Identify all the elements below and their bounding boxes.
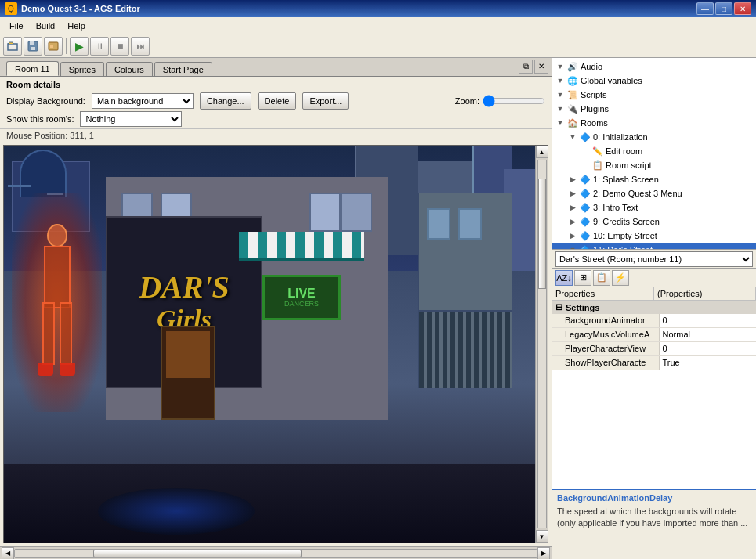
maximize-button[interactable]: □ <box>715 2 732 15</box>
tree-item-room9[interactable]: ▶ 🔷 9: Credits Screen <box>552 215 756 229</box>
toolbar-run-button[interactable]: ▶ <box>70 37 89 56</box>
globalvars-icon: 🌐 <box>566 74 579 87</box>
tab-right-buttons: ⧉ ✕ <box>519 60 548 75</box>
show-rooms-select[interactable]: Nothing Hotspots Walkable areas Walk-beh… <box>80 111 182 127</box>
tree-view[interactable]: ▼ 🔊 Audio ▼ 🌐 Global variables ▼ 📜 Scrip… <box>552 58 756 250</box>
expand-icon[interactable]: ▼ <box>566 131 579 143</box>
tree-item-room0[interactable]: ▼ 🔷 0: Initialization <box>552 130 756 144</box>
svg-rect-0 <box>8 44 17 50</box>
expand-icon[interactable]: ▼ <box>554 60 566 73</box>
tree-label: 3: Intro Text <box>591 203 638 212</box>
menu-help[interactable]: Help <box>61 20 92 32</box>
expand-icon[interactable]: ▶ <box>566 215 579 228</box>
settings-section: ⊟ Settings <box>552 301 756 314</box>
prop-row-2: PlayerCharacterView 0 <box>552 342 756 356</box>
toolbar-pause-button[interactable]: ⏸ <box>90 37 109 56</box>
svg-rect-5 <box>50 45 53 48</box>
tab-sprites[interactable]: Sprites <box>60 62 104 76</box>
toolbar-separator-1 <box>66 38 67 54</box>
close-button[interactable]: ✕ <box>734 2 751 15</box>
display-bg-select[interactable]: Main background None <box>92 93 194 109</box>
show-rooms-label: Show this room's: <box>6 114 74 124</box>
settings-header[interactable]: ⊟ Settings <box>552 301 756 314</box>
tree-item-audio[interactable]: ▼ 🔊 Audio <box>552 60 756 74</box>
hscroll-left[interactable]: ◀ <box>2 547 14 560</box>
tree-item-room10[interactable]: ▶ 🔷 10: Empty Street <box>552 229 756 243</box>
properties-panel: ⊟ Settings BackgroundAnimator 0 LegacyMu… <box>552 301 756 489</box>
tree-item-scripts[interactable]: ▼ 📜 Scripts <box>552 88 756 102</box>
props-col2: (Properties) <box>654 287 756 300</box>
edit-icon: ✏️ <box>591 145 604 157</box>
menu-build[interactable]: Build <box>30 20 61 32</box>
tree-item-globalvars[interactable]: ▼ 🌐 Global variables <box>552 74 756 88</box>
tab-close-button[interactable]: ✕ <box>534 60 548 74</box>
vscroll-down[interactable]: ▼ <box>536 530 548 543</box>
tab-colours[interactable]: Colours <box>106 62 153 76</box>
expand-icon[interactable]: ▶ <box>566 229 579 242</box>
room-details: Room details Display Background: Main ba… <box>0 77 552 129</box>
hscroll-track[interactable] <box>14 549 537 558</box>
change-button[interactable]: Change... <box>200 92 251 110</box>
room-controls: Display Background: Main background None… <box>6 92 545 110</box>
tree-item-room3[interactable]: ▶ 🔷 3: Intro Text <box>552 200 756 215</box>
expand-icon[interactable]: ▼ <box>554 88 566 101</box>
hscroll-thumb[interactable] <box>93 550 302 557</box>
right-panel: ▼ 🔊 Audio ▼ 🌐 Global variables ▼ 📜 Scrip… <box>552 58 756 559</box>
prop-value-0[interactable]: 0 <box>660 314 757 327</box>
export-button[interactable]: Export... <box>302 92 349 110</box>
expand-icon[interactable]: ▶ <box>566 201 579 214</box>
tree-item-room2[interactable]: ▶ 🔷 2: Demo Quest 3 Menu <box>552 186 756 200</box>
room-dropdown[interactable]: Dar's Street (Room; number 11) <box>555 251 753 267</box>
tree-item-room1[interactable]: ▶ 🔷 1: Splash Screen <box>552 172 756 186</box>
room2-icon: 🔷 <box>579 187 591 200</box>
expand-icon[interactable]: ▼ <box>566 243 579 250</box>
expand-icon[interactable]: ▶ <box>566 173 579 186</box>
tree-item-rooms[interactable]: ▼ 🏠 Rooms <box>552 116 756 130</box>
toolbar-stop-button[interactable]: ⏹ <box>110 37 129 56</box>
room3-icon: 🔷 <box>579 201 591 214</box>
menu-file[interactable]: File <box>3 20 30 32</box>
prop-row-1: LegacyMusicVolumeA Normal <box>552 328 756 342</box>
tree-item-room11[interactable]: ▼ 🔷 11: Dar's Street <box>552 243 756 250</box>
tree-item-plugins[interactable]: ▼ 🔌 Plugins <box>552 102 756 116</box>
tab-startpage[interactable]: Start Page <box>154 62 212 76</box>
vscroll-thumb[interactable] <box>538 179 546 289</box>
vscroll-track[interactable] <box>537 160 547 528</box>
expand-icon[interactable]: ▼ <box>554 117 566 129</box>
room9-icon: 🔷 <box>579 215 591 228</box>
prop-value-1[interactable]: Normal <box>660 328 757 341</box>
prop-name-2: PlayerCharacterView <box>552 342 660 355</box>
minimize-button[interactable]: — <box>696 2 714 15</box>
tab-room11[interactable]: Room 11 <box>6 61 59 76</box>
delete-button[interactable]: Delete <box>258 92 297 110</box>
prop-btn-sort-az[interactable]: AZ↓ <box>555 270 573 286</box>
expand-icon[interactable]: ▼ <box>554 74 566 87</box>
hscroll-right[interactable]: ▶ <box>537 547 550 560</box>
toolbar-step-button[interactable]: ⏭ <box>131 37 150 56</box>
live-sign: LIVE DANCERS <box>262 275 341 320</box>
toolbar: ▶ ⏸ ⏹ ⏭ <box>0 34 756 58</box>
tab-float-button[interactable]: ⧉ <box>519 60 533 74</box>
prop-name-0: BackgroundAnimator <box>552 314 660 327</box>
vscroll-up[interactable]: ▲ <box>536 146 548 158</box>
prop-value-3[interactable]: True <box>660 356 757 370</box>
prop-btn-events[interactable]: ⚡ <box>612 270 629 286</box>
prop-value-2[interactable]: 0 <box>660 342 757 355</box>
info-panel: BackgroundAnimationDelay The speed at wh… <box>552 489 756 559</box>
tree-label: 0: Initialization <box>591 132 648 142</box>
expand-icon[interactable]: ▶ <box>566 187 579 200</box>
toolbar-save-button[interactable] <box>24 37 42 56</box>
toolbar-build-button[interactable] <box>44 37 63 56</box>
tree-item-room0-edit[interactable]: ✏️ Edit room <box>552 144 756 158</box>
canvas-wrapper[interactable]: DAR'S Girls LIVE DANCERS <box>3 145 548 543</box>
prop-btn-props[interactable]: 📋 <box>593 270 610 286</box>
tree-label: Audio <box>579 62 602 71</box>
expand-icon[interactable]: ▼ <box>554 103 566 115</box>
titlebar-buttons: — □ ✕ <box>696 2 751 15</box>
zoom-slider[interactable] <box>483 95 545 107</box>
toolbar-open-button[interactable] <box>3 37 22 56</box>
tree-label: Plugins <box>579 104 609 114</box>
tree-item-room0-script[interactable]: 📋 Room script <box>552 158 756 172</box>
prop-btn-categorize[interactable]: ⊞ <box>574 270 591 286</box>
mouse-position: Mouse Position: 311, 1 <box>0 129 552 142</box>
